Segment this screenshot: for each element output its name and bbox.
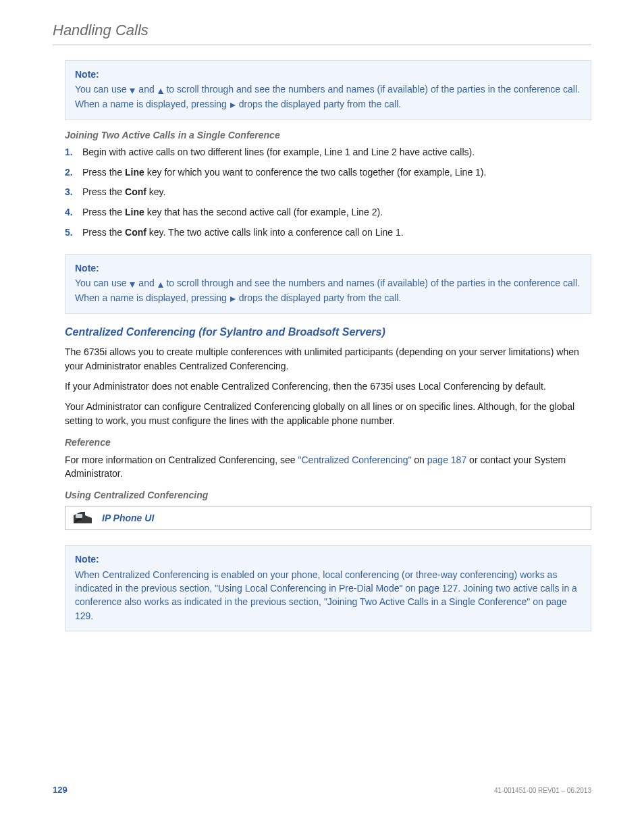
- header-rule: [53, 45, 591, 45]
- step-text: Press the Line key for which you want to…: [82, 166, 486, 180]
- link-page127[interactable]: page 127: [419, 583, 458, 594]
- note-text: You can use: [75, 84, 129, 95]
- note-text: on: [530, 596, 545, 607]
- page-number: 129: [53, 785, 68, 795]
- ui-box-ip-phone: IP Phone UI: [65, 506, 591, 530]
- step-number: 2.: [65, 166, 76, 180]
- note-text: and: [136, 84, 157, 95]
- using-heading: Using Centralized Conferencing: [65, 490, 591, 500]
- step-text: Press the Conf key.: [82, 186, 165, 199]
- list-item: 3. Press the Conf key.: [65, 186, 591, 199]
- note-box-1: Note: You can use and to scroll through …: [65, 60, 591, 120]
- reference-heading: Reference: [65, 437, 591, 448]
- step-number: 3.: [65, 186, 76, 199]
- reference-paragraph: For more information on Centralized Conf…: [65, 453, 591, 481]
- ref-text: For more information on Centralized Conf…: [65, 454, 298, 465]
- note-text: and: [136, 278, 157, 288]
- page-header-title: Handling Calls: [53, 22, 591, 45]
- arrow-right-icon: [230, 98, 236, 111]
- paragraph: Your Administrator can configure Central…: [65, 400, 591, 427]
- page: Handling Calls Note: You can use and to …: [0, 0, 644, 834]
- paragraph: The 6735i allows you to create multiple …: [65, 345, 591, 373]
- ref-text: on: [411, 454, 427, 465]
- svg-rect-6: [76, 514, 82, 518]
- svg-marker-5: [230, 296, 236, 302]
- arrow-up-icon: [157, 278, 164, 291]
- note-text: on: [402, 583, 418, 594]
- link-local-conf[interactable]: "Using Local Conferencing in Pre-Dial Mo…: [215, 583, 402, 594]
- note-body: When Centralized Conferencing is enabled…: [75, 568, 581, 623]
- list-item: 4. Press the Line key that has the secon…: [65, 206, 591, 219]
- note-body: You can use and to scroll through and se…: [75, 82, 581, 111]
- note-title: Note:: [75, 68, 581, 81]
- svg-marker-1: [158, 88, 163, 94]
- note-text: drops the displayed party from the call.: [236, 99, 401, 109]
- note-text: You can use: [75, 278, 129, 288]
- note-body: You can use and to scroll through and se…: [75, 276, 581, 305]
- list-item: 5. Press the Conf key. The two active ca…: [65, 226, 591, 240]
- doc-id: 41-001451-00 REV01 – 06.2013: [494, 787, 591, 794]
- centralized-heading: Centralized Conferencing (for Sylantro a…: [65, 326, 591, 338]
- content: Note: You can use and to scroll through …: [53, 60, 591, 631]
- footer: 129 41-001451-00 REV01 – 06.2013: [53, 785, 591, 795]
- svg-marker-3: [130, 282, 135, 288]
- step-text: Press the Line key that has the second a…: [82, 206, 383, 219]
- arrow-up-icon: [157, 83, 164, 97]
- step-number: 1.: [65, 146, 76, 159]
- svg-marker-4: [158, 282, 163, 288]
- note-text: drops the displayed party from the call.: [236, 292, 401, 303]
- phone-icon: [71, 509, 95, 527]
- list-item: 1. Begin with active calls on two differ…: [65, 146, 591, 159]
- arrow-down-icon: [129, 83, 136, 97]
- note-box-2: Note: You can use and to scroll through …: [65, 254, 591, 314]
- step-text: Press the Conf key. The two active calls…: [82, 226, 404, 240]
- svg-marker-0: [130, 88, 135, 94]
- reference-link-page187[interactable]: page 187: [427, 454, 466, 465]
- note-box-3: Note: When Centralized Conferencing is e…: [65, 545, 591, 631]
- step-text: Begin with active calls on two different…: [82, 146, 475, 159]
- ui-box-label: IP Phone UI: [102, 513, 154, 523]
- joining-heading: Joining Two Active Calls in a Single Con…: [65, 130, 591, 140]
- note-title: Note:: [75, 261, 581, 275]
- list-item: 2. Press the Line key for which you want…: [65, 166, 591, 180]
- link-joining[interactable]: "Joining Two Active Calls in a Single Co…: [324, 596, 530, 607]
- step-number: 5.: [65, 226, 76, 240]
- svg-marker-2: [230, 103, 236, 108]
- paragraph: If your Administrator does not enable Ce…: [65, 380, 591, 393]
- arrow-down-icon: [129, 278, 136, 291]
- note-text: .: [90, 610, 93, 621]
- arrow-right-icon: [230, 292, 236, 305]
- note-title: Note:: [75, 552, 581, 566]
- step-number: 4.: [65, 206, 76, 219]
- reference-link-centralized[interactable]: "Centralized Conferencing": [298, 454, 412, 465]
- joining-steps: 1. Begin with active calls on two differ…: [65, 146, 591, 239]
